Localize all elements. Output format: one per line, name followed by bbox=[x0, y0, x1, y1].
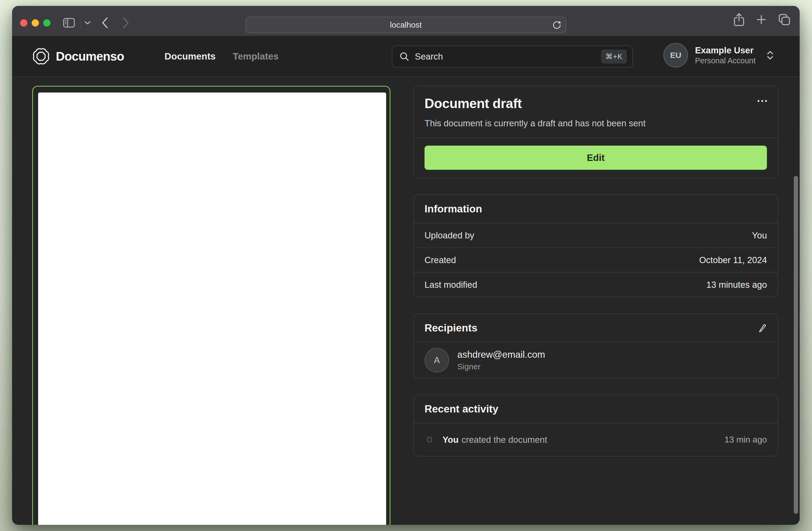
browser-titlebar: localhost bbox=[12, 6, 800, 36]
avatar: EU bbox=[663, 43, 688, 68]
sidebar-toggle-button[interactable] bbox=[63, 17, 75, 28]
close-window-button[interactable] bbox=[20, 19, 27, 27]
refresh-icon bbox=[552, 20, 561, 29]
browser-window: localhost bbox=[12, 6, 800, 525]
recipient-email: ashdrew@email.com bbox=[457, 349, 545, 360]
activity-row: You created the document 13 min ago bbox=[414, 423, 778, 456]
info-row-last-modified: Last modified 13 minutes ago bbox=[414, 272, 778, 297]
new-tab-button[interactable] bbox=[756, 14, 766, 25]
recipient-row: A ashdrew@email.com Signer bbox=[414, 342, 778, 378]
draft-status-card: Document draft This document is currentl… bbox=[413, 86, 778, 178]
toolbar-chevron-button[interactable] bbox=[84, 21, 91, 25]
forward-button[interactable] bbox=[122, 17, 129, 29]
page-background: { "browser": { "url": "localhost" }, "he… bbox=[0, 0, 812, 531]
more-options-icon bbox=[757, 100, 767, 102]
search-input[interactable]: Search ⌘+K bbox=[392, 46, 633, 68]
plus-icon bbox=[756, 14, 766, 25]
document-page bbox=[38, 92, 386, 525]
pencil-icon bbox=[758, 323, 767, 333]
recipient-details: ashdrew@email.com Signer bbox=[457, 349, 545, 371]
vertical-scrollbar[interactable] bbox=[794, 176, 798, 514]
share-button[interactable] bbox=[734, 13, 744, 26]
account-name: Example User bbox=[695, 45, 756, 56]
brand-home-link[interactable]: Documenso bbox=[32, 47, 124, 65]
draft-card-subtitle: This document is currently a draft and h… bbox=[424, 118, 767, 129]
recipients-card: Recipients A ashdrew@email.com bbox=[413, 313, 778, 379]
account-labels: Example User Personal Account bbox=[695, 45, 756, 66]
info-value: October 11, 2024 bbox=[699, 255, 767, 265]
draft-card-title: Document draft bbox=[424, 96, 522, 111]
activity-action: created the document bbox=[462, 435, 547, 445]
information-card: Information Uploaded by You Created Octo… bbox=[413, 194, 778, 297]
activity-timestamp: 13 min ago bbox=[725, 435, 767, 445]
primary-nav: Documents Templates bbox=[164, 51, 278, 62]
minimize-window-button[interactable] bbox=[32, 19, 39, 27]
recipient-role: Signer bbox=[457, 362, 545, 371]
recipient-initial: A bbox=[434, 355, 440, 365]
edit-recipients-button[interactable] bbox=[758, 323, 767, 333]
recipients-title: Recipients bbox=[424, 322, 477, 334]
documenso-logo-icon bbox=[32, 47, 50, 65]
document-preview-frame bbox=[32, 86, 390, 525]
info-label: Uploaded by bbox=[424, 230, 474, 240]
edit-button[interactable]: Edit bbox=[424, 146, 767, 170]
info-value: You bbox=[752, 230, 767, 240]
url-bar[interactable]: localhost bbox=[246, 17, 566, 33]
recent-activity-title: Recent activity bbox=[424, 403, 498, 415]
account-type: Personal Account bbox=[695, 56, 756, 66]
avatar-initials: EU bbox=[670, 51, 681, 60]
search-placeholder: Search bbox=[415, 51, 601, 62]
share-icon bbox=[734, 13, 744, 26]
brand-wordmark: Documenso bbox=[56, 49, 124, 63]
document-sidebar: Document draft This document is currentl… bbox=[413, 86, 778, 473]
info-label: Created bbox=[424, 255, 456, 265]
search-shortcut-badge: ⌘+K bbox=[601, 49, 627, 63]
account-menu[interactable]: EU Example User Personal Account bbox=[663, 43, 774, 68]
nav-templates[interactable]: Templates bbox=[233, 51, 279, 62]
info-value: 13 minutes ago bbox=[706, 280, 767, 290]
app-header: Documenso Documents Templates Search ⌘+K… bbox=[12, 36, 800, 77]
back-arrow-icon bbox=[101, 17, 108, 29]
toolbar-divider bbox=[80, 17, 81, 29]
recipient-avatar: A bbox=[424, 348, 449, 372]
sidebar-icon bbox=[63, 17, 75, 28]
info-row-created: Created October 11, 2024 bbox=[414, 248, 778, 272]
chevron-up-down-icon bbox=[766, 50, 774, 60]
search-icon bbox=[399, 51, 409, 62]
information-title: Information bbox=[424, 203, 482, 215]
recent-activity-card: Recent activity You created the document… bbox=[413, 395, 778, 456]
nav-documents[interactable]: Documents bbox=[164, 51, 216, 62]
tabs-overview-icon bbox=[778, 13, 791, 26]
main-content: Document draft This document is currentl… bbox=[12, 77, 800, 525]
zoom-window-button[interactable] bbox=[43, 19, 50, 27]
activity-actor: You bbox=[443, 435, 459, 445]
tabs-overview-button[interactable] bbox=[778, 13, 791, 26]
info-label: Last modified bbox=[424, 280, 477, 290]
more-options-button[interactable] bbox=[757, 96, 767, 106]
activity-bullet-icon bbox=[427, 437, 432, 443]
refresh-button[interactable] bbox=[552, 20, 561, 29]
info-row-uploaded-by: Uploaded by You bbox=[414, 223, 778, 248]
url-text: localhost bbox=[390, 20, 422, 29]
chevron-down-icon bbox=[84, 21, 91, 25]
forward-arrow-icon bbox=[122, 17, 129, 29]
activity-text: You created the document bbox=[443, 435, 547, 445]
window-controls bbox=[20, 19, 50, 27]
back-button[interactable] bbox=[101, 17, 108, 29]
